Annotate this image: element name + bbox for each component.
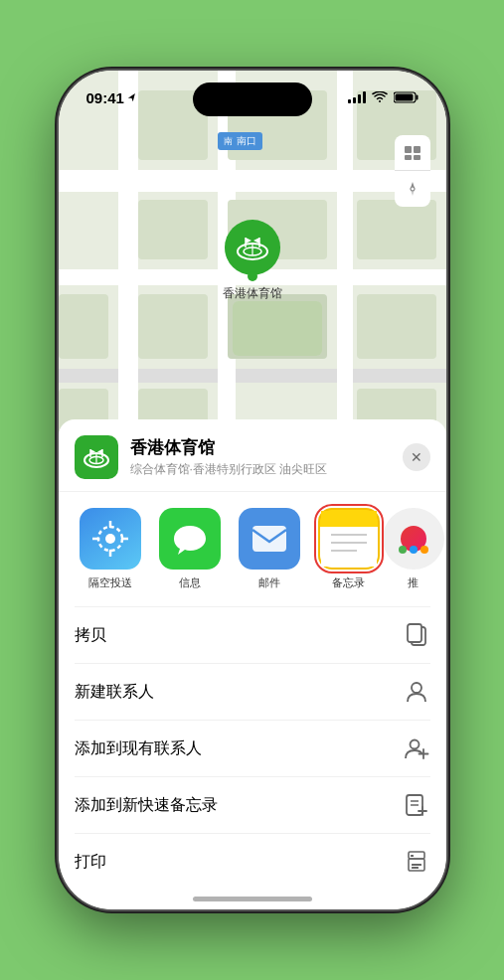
svg-rect-13 bbox=[138, 200, 208, 259]
svg-rect-69 bbox=[412, 867, 419, 869]
location-button[interactable] bbox=[395, 171, 430, 207]
svg-rect-51 bbox=[321, 527, 377, 567]
svg-rect-25 bbox=[414, 146, 420, 153]
svg-point-44 bbox=[105, 534, 115, 544]
svg-rect-27 bbox=[414, 155, 420, 160]
dynamic-island bbox=[193, 82, 312, 116]
print-icon bbox=[403, 848, 430, 876]
compass-icon bbox=[404, 180, 421, 198]
map-view-button[interactable] bbox=[395, 135, 430, 171]
svg-rect-2 bbox=[395, 94, 413, 101]
action-print-label: 打印 bbox=[75, 852, 106, 873]
action-list: 拷贝 新建联系人 bbox=[59, 606, 446, 890]
svg-rect-70 bbox=[411, 855, 414, 857]
action-add-existing[interactable]: 添加到现有联系人 bbox=[75, 720, 430, 776]
status-time: 09:41 bbox=[86, 89, 137, 106]
signal-icon bbox=[348, 91, 366, 103]
action-add-existing-label: 添加到现有联系人 bbox=[75, 738, 202, 759]
svg-rect-68 bbox=[412, 864, 421, 866]
more-label: 推 bbox=[408, 575, 419, 590]
battery-icon bbox=[394, 91, 419, 103]
share-notes[interactable]: 备忘录 bbox=[309, 508, 389, 590]
copy-icon bbox=[403, 621, 430, 649]
svg-rect-19 bbox=[357, 294, 436, 359]
venue-stadium-icon bbox=[83, 445, 110, 469]
venue-header: 香港体育馆 综合体育馆·香港特别行政区 油尖旺区 ✕ bbox=[59, 419, 446, 492]
share-apps-row: 隔空投送 信息 bbox=[59, 492, 446, 606]
svg-rect-49 bbox=[252, 526, 286, 552]
print-symbol bbox=[405, 851, 428, 873]
venue-icon bbox=[75, 435, 118, 479]
venue-name: 香港体育馆 bbox=[130, 436, 403, 459]
venue-info: 香港体育馆 综合体育馆·香港特别行政区 油尖旺区 bbox=[130, 436, 403, 478]
svg-rect-26 bbox=[405, 155, 412, 160]
map-controls[interactable] bbox=[395, 135, 430, 207]
new-contact-icon bbox=[403, 678, 430, 706]
person-plus-symbol bbox=[404, 736, 429, 760]
share-airdrop[interactable]: 隔空投送 bbox=[71, 508, 150, 590]
quick-note-icon bbox=[403, 791, 430, 819]
mail-icon bbox=[239, 508, 300, 570]
svg-rect-56 bbox=[408, 624, 421, 642]
message-label: 信息 bbox=[179, 575, 201, 590]
stadium-icon bbox=[236, 234, 269, 261]
message-icon bbox=[159, 508, 221, 570]
svg-rect-15 bbox=[357, 200, 436, 259]
action-copy[interactable]: 拷贝 bbox=[75, 606, 430, 663]
airdrop-label: 隔空投送 bbox=[88, 575, 132, 590]
svg-rect-16 bbox=[59, 294, 108, 359]
action-add-notes-label: 添加到新快速备忘录 bbox=[75, 795, 218, 816]
svg-rect-1 bbox=[416, 95, 418, 100]
svg-rect-4 bbox=[59, 170, 446, 192]
phone-screen: 09:41 bbox=[59, 71, 446, 909]
map-label: 南 南口 南口 bbox=[218, 132, 263, 150]
svg-point-58 bbox=[410, 740, 419, 749]
copy-symbol bbox=[406, 623, 427, 647]
more-icon bbox=[383, 508, 444, 570]
person-symbol bbox=[405, 680, 428, 704]
notes-label: 备忘录 bbox=[332, 575, 365, 590]
share-more[interactable]: 推 bbox=[389, 508, 438, 590]
time-label: 09:41 bbox=[86, 89, 124, 106]
action-print[interactable]: 打印 bbox=[75, 833, 430, 890]
svg-rect-50 bbox=[321, 511, 377, 527]
venue-subtitle: 综合体育馆·香港特别行政区 油尖旺区 bbox=[130, 461, 403, 478]
message-symbol bbox=[172, 522, 208, 556]
add-contact-icon bbox=[403, 735, 430, 762]
airdrop-icon bbox=[80, 508, 141, 570]
svg-rect-23 bbox=[233, 301, 322, 356]
share-message[interactable]: 信息 bbox=[150, 508, 230, 590]
home-indicator bbox=[193, 897, 312, 901]
map-layers-icon bbox=[403, 144, 422, 162]
svg-point-57 bbox=[412, 683, 421, 693]
bottom-sheet: 香港体育馆 综合体育馆·香港特别行政区 油尖旺区 ✕ bbox=[59, 419, 446, 909]
share-mail[interactable]: 邮件 bbox=[230, 508, 309, 590]
status-icons bbox=[348, 91, 419, 103]
close-button[interactable]: ✕ bbox=[403, 443, 430, 471]
action-new-contact[interactable]: 新建联系人 bbox=[75, 663, 430, 720]
action-new-contact-label: 新建联系人 bbox=[75, 682, 154, 703]
svg-rect-17 bbox=[138, 294, 208, 359]
airdrop-symbol bbox=[92, 521, 128, 557]
svg-rect-6 bbox=[59, 369, 446, 383]
wifi-icon bbox=[372, 91, 388, 103]
phone-frame: 09:41 bbox=[59, 71, 446, 909]
svg-point-28 bbox=[411, 187, 415, 191]
mail-label: 邮件 bbox=[258, 575, 280, 590]
action-copy-label: 拷贝 bbox=[75, 625, 106, 646]
pin-marker bbox=[225, 220, 280, 275]
svg-rect-24 bbox=[405, 146, 412, 153]
notes-symbol bbox=[321, 511, 377, 567]
pin-label: 香港体育馆 bbox=[223, 285, 282, 302]
action-add-notes[interactable]: 添加到新快速备忘录 bbox=[75, 776, 430, 833]
location-icon bbox=[127, 92, 137, 102]
notes-icon bbox=[318, 508, 380, 570]
quick-note-symbol bbox=[405, 793, 428, 817]
stadium-pin: 香港体育馆 bbox=[223, 220, 282, 302]
mail-symbol bbox=[251, 524, 288, 554]
